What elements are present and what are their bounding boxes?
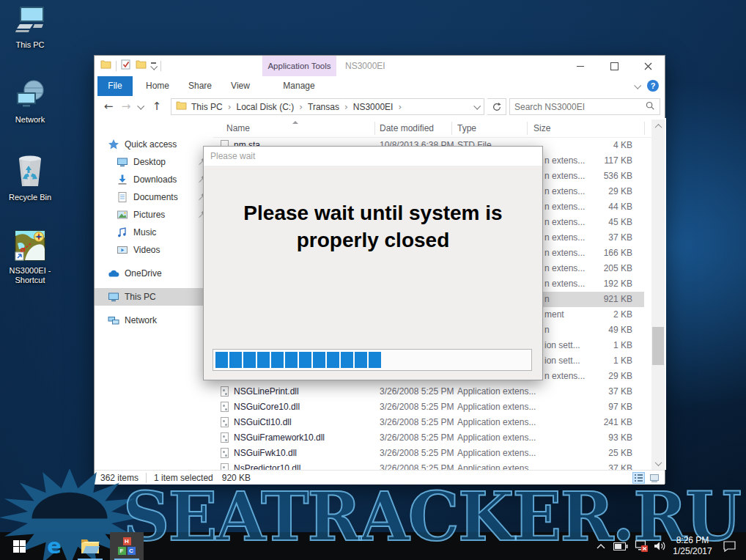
tab-manage[interactable]: Manage xyxy=(273,76,325,96)
taskbar-ns3000ei-app-button[interactable]: H F C xyxy=(110,532,144,560)
file-explorer-icon xyxy=(81,538,100,554)
scroll-down-icon[interactable] xyxy=(651,457,665,470)
column-header-size[interactable]: Size xyxy=(533,119,550,137)
breadcrumb-item[interactable]: NS3000EI xyxy=(353,102,394,112)
tray-battery[interactable] xyxy=(611,532,630,560)
file-size: 921 KB xyxy=(604,292,632,307)
file-size: 1 KB xyxy=(613,353,632,369)
breadcrumb-item[interactable]: This PC xyxy=(191,102,223,112)
search-input[interactable] xyxy=(510,102,645,112)
tab-view[interactable]: View xyxy=(222,76,259,96)
tray-volume[interactable] xyxy=(651,532,670,560)
new-folder-icon[interactable] xyxy=(136,59,147,73)
customize-qat-chevron-icon[interactable] xyxy=(151,62,156,69)
file-row[interactable]: NSGLinePrint.dll3/26/2008 5:25 PMApplica… xyxy=(213,384,651,399)
sidebar-item-onedrive[interactable]: OneDrive xyxy=(95,265,213,282)
search-box[interactable] xyxy=(509,98,660,115)
up-button[interactable]: ↑ xyxy=(149,97,165,115)
large-icons-view-button[interactable] xyxy=(648,472,660,484)
tab-share[interactable]: Share xyxy=(181,76,219,96)
collapse-ribbon-chevron-icon[interactable] xyxy=(634,81,641,89)
taskbar-edge-button[interactable]: e xyxy=(38,532,70,560)
address-bar[interactable]: This PC›Local Disk (C:)›Transas›NS3000EI… xyxy=(171,98,484,115)
tray-clock[interactable]: 8:26 PM 1/25/2017 xyxy=(668,532,717,560)
desktop: { "desktop": { "icons": [ {"label": "Thi… xyxy=(0,0,746,560)
taskbar-file-explorer-button[interactable] xyxy=(73,532,107,560)
column-header-name[interactable]: Name xyxy=(226,119,250,137)
contextual-tab-application-tools[interactable]: Application Tools xyxy=(262,56,336,76)
scroll-up-icon[interactable] xyxy=(651,119,665,133)
tray-network-status[interactable] xyxy=(632,532,651,560)
windows-logo-icon xyxy=(13,540,26,553)
clock-date: 1/25/2017 xyxy=(673,546,712,557)
file-name: NSGuiCore10.dll xyxy=(234,399,300,415)
sidebar-item-desktop[interactable]: Desktop xyxy=(95,153,213,171)
file-name: NSGuiCtl10.dll xyxy=(234,415,292,430)
details-view-button[interactable] xyxy=(632,472,645,484)
file-row[interactable]: NSGuiFwk10.dll3/26/2008 5:25 PMApplicati… xyxy=(213,446,651,461)
forward-button[interactable]: → xyxy=(118,97,134,115)
dll-file-icon xyxy=(221,448,229,458)
search-icon xyxy=(645,100,655,114)
sidebar-item-documents[interactable]: Documents xyxy=(95,188,213,206)
sidebar-item-this-pc[interactable]: This PC xyxy=(95,288,213,306)
close-button[interactable] xyxy=(631,56,665,76)
breadcrumb-item[interactable]: Local Disk (C:) xyxy=(237,102,295,112)
title-bar: Application Tools NS3000EI xyxy=(95,56,665,76)
minimize-button[interactable] xyxy=(564,56,597,76)
breadcrumb-chevron-icon[interactable]: › xyxy=(398,102,402,112)
progress-segment xyxy=(313,352,325,368)
properties-check-icon[interactable] xyxy=(121,59,131,73)
sidebar-item-videos[interactable]: Videos xyxy=(95,241,213,259)
sidebar-item-label: OneDrive xyxy=(125,268,162,279)
folder-icon[interactable] xyxy=(100,59,111,73)
breadcrumb-chevron-icon[interactable]: › xyxy=(228,102,232,112)
toolbar-separator xyxy=(160,61,161,71)
desktop-icon-recycle-bin[interactable]: Recycle Bin xyxy=(4,154,56,202)
file-row[interactable]: NSGuiFramework10.dll3/26/2008 5:25 PMApp… xyxy=(213,430,651,446)
ribbon-tabs: File Home Share View Manage xyxy=(95,76,665,97)
column-header-type[interactable]: Type xyxy=(457,119,476,137)
progress-segment xyxy=(243,352,256,368)
back-button[interactable]: ← xyxy=(100,97,117,115)
recent-locations-chevron-icon[interactable] xyxy=(134,97,146,115)
vertical-scrollbar[interactable] xyxy=(651,119,665,470)
sidebar-item-network[interactable]: Network xyxy=(95,312,213,329)
tray-show-hidden-icons[interactable] xyxy=(592,532,610,560)
file-size: 97 KB xyxy=(608,399,632,415)
scrollbar-thumb[interactable] xyxy=(652,327,664,365)
breadcrumb-chevron-icon[interactable]: › xyxy=(344,102,348,112)
clock-time: 8:26 PM xyxy=(673,535,712,546)
tray-action-center[interactable] xyxy=(718,532,740,560)
tab-file[interactable]: File xyxy=(97,76,133,96)
dll-file-icon xyxy=(221,402,229,412)
breadcrumb-chevron-icon[interactable]: › xyxy=(299,102,303,112)
column-header-date-modified[interactable]: Date modified xyxy=(380,119,434,137)
address-dropdown-chevron-icon[interactable] xyxy=(473,103,481,110)
file-size: 37 KB xyxy=(608,384,632,399)
desktop-icon-network[interactable]: Network xyxy=(4,79,56,125)
tab-home[interactable]: Home xyxy=(140,76,175,96)
sidebar-item-pictures[interactable]: Pictures xyxy=(95,206,213,224)
file-type-fragment: ion sett... xyxy=(544,338,580,353)
sidebar-item-music[interactable]: Music xyxy=(95,224,213,241)
desktop-icon-ns3000ei-shortcut[interactable]: NS3000EI - Shortcut xyxy=(4,230,56,285)
desktop-icon-label: This PC xyxy=(4,40,56,50)
recycle-bin-icon xyxy=(15,177,45,190)
file-date-modified: 3/26/2008 5:25 PM xyxy=(380,461,454,470)
help-icon[interactable] xyxy=(647,80,659,92)
sidebar-item-quick-access[interactable]: Quick access xyxy=(95,136,213,153)
file-date-modified: 3/26/2008 5:25 PM xyxy=(380,430,454,446)
file-type: Application extens... xyxy=(457,430,536,446)
sidebar-item-downloads[interactable]: Downloads xyxy=(95,171,213,188)
refresh-button[interactable] xyxy=(487,98,506,115)
file-row[interactable]: NsPredictor10.dll3/26/2008 5:25 PMApplic… xyxy=(213,461,651,470)
desktop-icon-this-pc[interactable]: This PC xyxy=(4,6,56,50)
file-size: 29 KB xyxy=(608,184,632,199)
start-button[interactable] xyxy=(3,532,35,560)
breadcrumb-item[interactable]: Transas xyxy=(308,102,339,112)
maximize-button[interactable] xyxy=(597,56,631,76)
chevron-up-icon xyxy=(597,543,605,549)
file-row[interactable]: NSGuiCore10.dll3/26/2008 5:25 PMApplicat… xyxy=(213,399,651,415)
file-row[interactable]: NSGuiCtl10.dll3/26/2008 5:25 PMApplicati… xyxy=(213,415,651,430)
